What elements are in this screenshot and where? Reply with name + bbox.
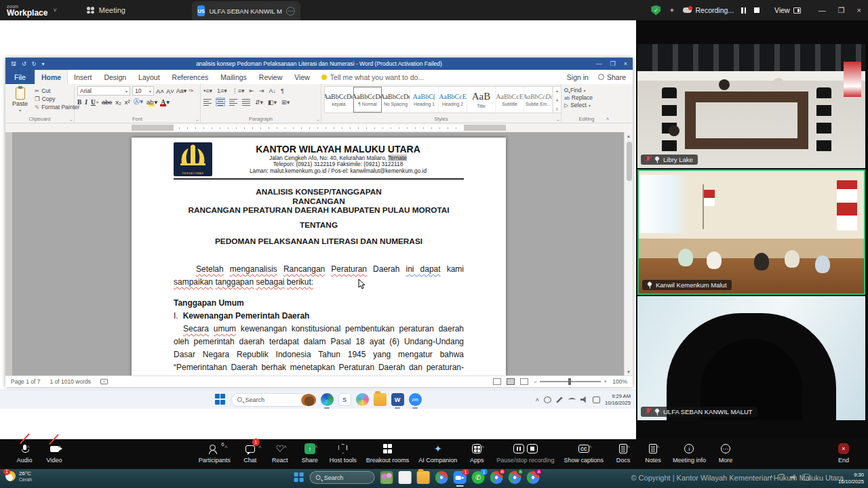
word-close-button[interactable]: × [624, 60, 627, 67]
zoom-taskbar-icon[interactable]: zm [409, 393, 422, 406]
increase-indent-button[interactable]: ⇥ [259, 87, 264, 94]
styles-scroll-buttons[interactable]: ▴▾≡ [553, 87, 561, 113]
word-minimize-button[interactable]: — [596, 60, 602, 67]
pause-stop-recording-button[interactable]: Pause/stop recording [492, 443, 559, 464]
tab-shared-screen[interactable]: US ULFA SEBAN KANWIL MALUT's sc ⋯ [192, 1, 300, 20]
scroll-down-icon[interactable]: ▼ [627, 369, 631, 374]
document-page[interactable]: PENGAYOMAN KANTOR WILAYAH MALUKU UTARA J… [132, 138, 506, 375]
bold-button[interactable]: B [77, 99, 81, 106]
pause-recording-icon[interactable] [741, 7, 746, 14]
tab-view[interactable]: View [288, 70, 316, 84]
tab-file[interactable]: File [5, 70, 35, 84]
chrome-profile-r-icon[interactable]: R [490, 471, 503, 484]
apps-button[interactable]: ˄ Apps [462, 443, 492, 464]
proofing-errors-icon[interactable]: × [100, 379, 108, 384]
wifi-icon[interactable] [568, 398, 576, 402]
chrome-icon[interactable] [435, 471, 448, 484]
video-tile-kanwil-kemenkum-malut[interactable]: Kanwil Kemenkum Malut [637, 169, 865, 295]
word-count[interactable]: 1 of 1010 words [50, 378, 90, 385]
tab-meeting[interactable]: Meeting [87, 6, 125, 14]
zoom-out-icon[interactable]: − [534, 378, 537, 385]
undo-icon[interactable]: ↺ [22, 61, 26, 67]
word-taskbar-icon[interactable]: W [391, 393, 404, 406]
recording-indicator[interactable]: Recording... [683, 6, 760, 14]
shrink-font-button[interactable]: A˅ [166, 87, 174, 95]
video-tile-ulfa-seban[interactable]: ULFA SEBAN KANWIL MALUT [637, 296, 865, 420]
style-heading1[interactable]: AaBbC(Heading 1 [410, 87, 439, 113]
more-button[interactable]: ⋯ More [711, 443, 741, 464]
taskbar-clock[interactable]: 9:29 AM 10/16/2025 [605, 393, 631, 406]
view-button[interactable]: View [774, 6, 801, 14]
host-search-box[interactable]: Search [310, 471, 375, 484]
shading-button[interactable]: ◧▾ [268, 99, 277, 106]
file-explorer-icon[interactable] [374, 393, 387, 406]
paragraph-dialog-launcher[interactable]: ⌐ [317, 118, 319, 122]
notes-button[interactable]: ˄ Notes [638, 443, 668, 464]
format-painter-button[interactable]: ✎Format Painter [35, 104, 79, 110]
align-right-button[interactable] [229, 98, 237, 106]
speaker-icon[interactable] [580, 396, 588, 403]
breakout-rooms-button[interactable]: Breakout rooms [361, 443, 414, 464]
borders-button[interactable]: ⊞▾ [281, 99, 290, 106]
justify-button[interactable] [242, 98, 250, 106]
restore-button[interactable]: ❐ [838, 6, 845, 15]
wifi-icon[interactable] [778, 474, 785, 478]
word-share-button[interactable]: Share [598, 73, 626, 81]
host-file-explorer-icon[interactable] [417, 471, 430, 484]
host-tools-button[interactable]: Host tools [325, 443, 361, 464]
video-button[interactable]: ˄ Video [39, 443, 69, 464]
web-layout-button[interactable] [520, 378, 528, 385]
sign-in-link[interactable]: Sign in [567, 73, 589, 81]
superscript-button[interactable]: x² [125, 98, 130, 106]
font-dialog-launcher[interactable]: ⌐ [196, 118, 199, 122]
pause-recording-icon[interactable] [513, 444, 524, 453]
tab-home[interactable]: Home [35, 70, 68, 84]
weather-widget[interactable]: 1 26°C Cerah [5, 470, 32, 482]
host-start-button[interactable] [294, 472, 304, 483]
stop-recording-icon[interactable] [754, 7, 760, 13]
print-layout-button[interactable] [507, 378, 515, 385]
numbering-button[interactable]: 1≡▾ [217, 87, 227, 94]
align-left-button[interactable] [203, 98, 212, 106]
edge-icon[interactable] [321, 393, 334, 406]
clipboard-dialog-launcher[interactable]: ⌐ [70, 118, 73, 122]
zoom-in-icon[interactable]: + [604, 378, 607, 385]
decrease-indent-button[interactable]: ⇤ [249, 87, 254, 94]
clear-formatting-icon[interactable]: ✑ [189, 87, 194, 94]
grow-font-button[interactable]: A˄ [156, 87, 164, 95]
horizontal-ruler[interactable] [5, 123, 633, 132]
app-icon-generic[interactable] [399, 471, 412, 484]
camera-icon[interactable] [593, 396, 600, 403]
tab-design[interactable]: Design [98, 70, 132, 84]
battery-icon[interactable] [802, 474, 810, 481]
zoom-slider[interactable]: − + [534, 378, 607, 385]
style-normal[interactable]: AaBbCcDc¶ Normal [353, 87, 382, 113]
change-case-button[interactable]: Aa▾ [176, 87, 187, 94]
app-icon-s[interactable]: S [338, 393, 351, 406]
line-spacing-button[interactable]: ⇵▾ [255, 99, 263, 106]
sort-button[interactable]: A↓ [269, 87, 277, 94]
tab-review[interactable]: Review [253, 70, 288, 84]
select-button[interactable]: ▷Select ▾ [564, 102, 609, 108]
style-subtle-emphasis[interactable]: AaBbCcDcSubtle Em... [524, 87, 553, 113]
participants-button[interactable]: 6˄ Participants [194, 443, 235, 464]
security-shield-icon[interactable]: ✓ [651, 5, 660, 16]
style-kepala[interactable]: AaBbCcDckepala [325, 87, 353, 113]
ai-companion-button[interactable]: ✦ AI Companion [414, 443, 462, 464]
font-name-combo[interactable]: Arial▾ [77, 86, 130, 96]
save-icon[interactable]: 🖫 [11, 61, 16, 67]
share-button[interactable]: ↑˄ Share [295, 443, 325, 464]
show-paragraph-marks-button[interactable]: ¶ [281, 87, 284, 94]
more-options-icon[interactable]: ⋯ [286, 7, 295, 16]
close-button[interactable]: × [857, 6, 861, 15]
search-highlight-image[interactable] [380, 471, 393, 484]
customize-qat-icon[interactable]: ▾ [41, 61, 44, 67]
speaker-icon[interactable] [790, 474, 797, 481]
vertical-scrollbar[interactable]: ▲ ▼ [624, 132, 633, 375]
chat-button[interactable]: 1˄ Chat [235, 443, 265, 464]
redo-icon[interactable]: ↻ [32, 61, 37, 67]
bullets-button[interactable]: •≡▾ [203, 87, 212, 94]
strikethrough-button[interactable]: abc [102, 98, 112, 106]
sync-icon[interactable] [544, 396, 551, 403]
scrollbar-thumb[interactable] [627, 142, 632, 181]
